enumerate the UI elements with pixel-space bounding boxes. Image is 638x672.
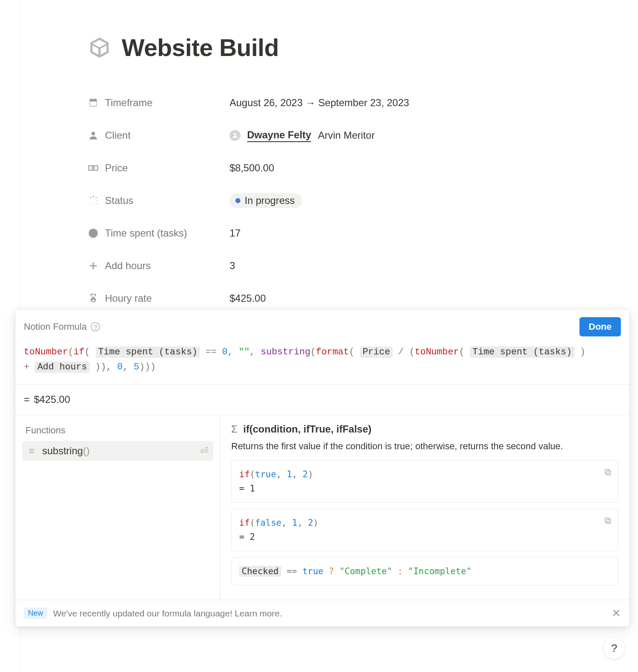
example-1: if(true, 1, 2) = 1 [231,460,618,503]
drag-handle-icon: ≡ [27,445,36,457]
property-status[interactable]: Status In progress [87,184,579,217]
done-button[interactable]: Done [579,317,621,336]
property-add-hours[interactable]: Add hours 3 [87,249,579,282]
formula-result: = $425.00 [15,384,629,415]
property-value[interactable]: $8,500.00 [230,162,274,174]
svg-point-4 [92,196,94,197]
svg-point-7 [96,203,97,204]
property-value[interactable]: 17 [230,227,241,239]
example-2: if(false, 1, 2) = 2 [231,509,618,551]
cash-icon [87,162,99,174]
status-dot-icon [235,198,240,203]
example-3: Checked == true ? "Complete" : "Incomple… [231,557,618,585]
formula-input[interactable]: toNumber(if( Time spent (tasks) == 0, ""… [15,342,629,384]
package-icon [87,36,112,60]
svg-point-1 [234,133,236,135]
svg-point-11 [90,197,91,199]
enter-icon: ⏎ [200,445,208,457]
formula-editor-title: Notion Formula ? [24,321,100,332]
svg-point-3 [92,167,94,169]
formula-editor: Notion Formula ? Done toNumber(if( Time … [15,309,630,627]
property-label: Timeframe [105,97,153,109]
svg-rect-15 [605,518,609,522]
svg-point-0 [92,132,95,135]
hourglass-icon [87,293,99,304]
client-company: Arvin Meritor [318,130,375,141]
avatar-icon [230,130,240,141]
copy-icon[interactable] [604,466,612,481]
property-label: Add hours [105,260,151,272]
page-title[interactable]: Website Build [122,33,279,61]
property-label: Price [105,162,128,174]
person-icon [87,130,99,141]
property-label: Houry rate [105,293,152,304]
function-signature: if(condition, ifTrue, ifFalse) [243,423,372,435]
properties-list: Timeframe August 26, 2023 → September 23… [87,87,579,315]
property-price[interactable]: Price $8,500.00 [87,152,579,184]
property-client[interactable]: Client Dwayne Felty Arvin Meritor [87,119,579,152]
loading-icon [87,195,99,206]
svg-point-6 [97,200,98,201]
plus-icon [87,260,99,272]
update-banner: New We've recently updated our formula l… [15,600,629,626]
status-badge[interactable]: In progress [230,193,302,208]
property-label: Time spent (tasks) [105,227,187,239]
new-badge: New [24,608,47,619]
property-value[interactable]: 3 [230,260,235,272]
svg-rect-13 [605,469,609,473]
help-icon[interactable]: ? [91,322,100,331]
svg-point-9 [90,203,91,204]
property-value[interactable]: August 26, 2023 → September 23, 2023 [230,97,409,109]
calendar-icon [87,97,99,109]
property-label: Client [105,130,130,141]
property-time-spent[interactable]: Time spent (tasks) 17 [87,217,579,249]
property-label: Status [105,195,133,206]
property-value[interactable]: $425.00 [230,293,266,304]
close-icon[interactable]: ✕ [612,607,621,620]
property-timeframe[interactable]: Timeframe August 26, 2023 → September 23… [87,87,579,119]
svg-rect-12 [607,471,611,475]
client-name[interactable]: Dwayne Felty [247,129,311,142]
function-documentation: Σ if(condition, ifTrue, ifFalse) Returns… [220,415,629,600]
functions-sidebar: Functions ≡ substring() ⏎ [15,415,220,600]
functions-heading: Functions [22,423,213,441]
svg-point-10 [89,200,89,201]
clock-icon [87,227,99,239]
svg-rect-14 [607,519,611,524]
help-fab-button[interactable]: ? [603,637,625,659]
function-description: Returns the first value if the condition… [231,441,618,452]
svg-point-8 [93,204,94,205]
copy-icon[interactable] [604,515,612,529]
function-item-substring[interactable]: ≡ substring() ⏎ [22,441,213,461]
banner-text[interactable]: We've recently updated our formula langu… [53,608,282,619]
svg-point-5 [96,197,97,199]
sigma-icon: Σ [231,423,237,435]
